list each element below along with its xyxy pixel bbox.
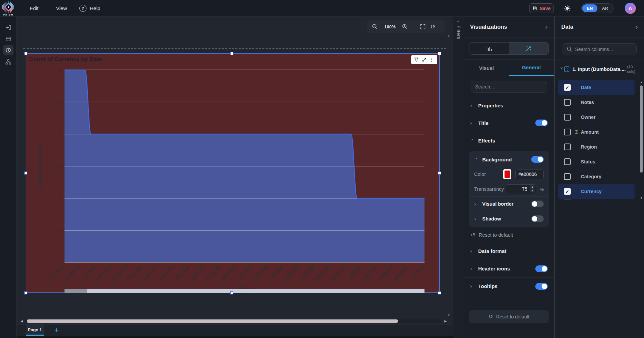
resize-handle-top-right[interactable] [438,52,441,55]
tooltips-toggle[interactable] [535,283,548,290]
resize-handle-bottom-left[interactable] [24,291,27,294]
spinner-down-icon[interactable]: ▼ [530,189,535,192]
menu-edit[interactable]: Edit [30,0,38,17]
transparency-row: Transparency ▲ ▼ % [469,182,549,197]
resize-handle-top-center[interactable] [230,52,233,55]
scrollbar-thumb[interactable] [27,319,398,323]
section-title[interactable]: › Title [464,114,554,132]
field-checkbox[interactable] [564,99,571,106]
visual-border-toggle[interactable] [531,201,544,207]
resize-handle-top-left[interactable] [24,52,27,55]
canvas-scroll-up-arrow[interactable]: ▲ [447,34,450,37]
tab-visual[interactable]: Visual [464,60,509,76]
data-field-row[interactable]: ✓Date [558,80,635,95]
field-checkbox[interactable] [564,114,571,121]
field-checkbox[interactable]: ✓ [564,84,571,91]
shadow-row[interactable]: › Shadow [469,211,549,226]
tab-general[interactable]: General [509,60,554,76]
app-root: PRISM Edit View ? Help Save EN AR [0,0,644,338]
reset-view-icon[interactable]: ↺ [430,24,435,30]
field-checkbox[interactable]: ✓ [564,188,571,195]
zoom-out-icon[interactable] [372,24,378,30]
resize-handle-left[interactable] [24,172,27,175]
chart-scrollbar-thumb[interactable] [65,289,87,293]
field-checkbox[interactable] [564,129,571,135]
save-button[interactable]: Save [529,3,553,13]
hierarchy-icon[interactable] [3,57,14,67]
charts-rail-item[interactable] [3,45,14,55]
collapse-panel-chevron-icon[interactable]: › [635,24,638,30]
more-options-icon[interactable]: ⋮ [429,57,434,63]
resize-handle-bottom-right[interactable] [438,291,441,294]
menu-view[interactable]: View [56,0,67,17]
title-toggle[interactable] [535,120,548,126]
background-color-swatch[interactable] [503,169,511,179]
prism-logo-icon[interactable]: PRISM [1,0,16,17]
lang-ar-option[interactable]: AR [597,6,613,11]
background-header-row[interactable]: › Background [469,152,549,167]
svg-text:7/13/2021: 7/13/2021 [283,264,300,282]
chart-horizontal-scrollbar[interactable] [65,289,424,293]
scrollbar-track[interactable] [25,319,442,323]
scroll-up-icon[interactable]: ▲ [640,81,643,84]
chevron-right-icon: › [470,120,475,126]
field-checkbox[interactable] [564,158,571,165]
section-properties[interactable]: › Properties [464,97,554,114]
canvas-scroll-down-arrow[interactable]: ▼ [447,314,450,317]
section-data-format[interactable]: › Data format [464,242,554,260]
header-icons-toggle[interactable] [535,265,548,272]
add-page-button[interactable]: + [52,324,62,336]
filters-expand-chevron-icon[interactable]: › [456,21,462,22]
collapse-rail-icon[interactable] [3,22,14,33]
canvas-horizontal-scrollbar[interactable]: ◀ ▶ [21,319,447,323]
canvas[interactable]: 100% ↺ Count of Currency by Date ⋮ [17,17,453,338]
visual-border-row[interactable]: › Visual border [469,197,549,211]
section-header-icons[interactable]: › Header icons [464,260,554,278]
language-toggle[interactable]: EN AR [581,3,614,13]
avatar[interactable]: A [625,3,636,14]
chart-widget[interactable]: Count of Currency by Date ⋮ 11.522.533.5… [26,53,440,293]
data-field-row[interactable]: Status [558,154,635,169]
filter-icon[interactable] [414,57,419,62]
effects-reset-link[interactable]: ↺ Reset to default [464,230,554,242]
expand-icon[interactable] [422,57,427,62]
background-toggle[interactable] [531,156,544,163]
scroll-right-arrow[interactable]: ▶ [442,319,447,323]
fit-screen-icon[interactable] [420,24,426,30]
transparency-unit: % [540,187,544,192]
scroll-down-icon[interactable]: ▼ [640,197,643,200]
dataset-row[interactable]: › 1. Input (DumboData.... (10 cols) [555,60,644,78]
data-field-row[interactable]: ΣAmount [558,125,635,139]
dashboard-layout-icon[interactable] [3,34,14,44]
section-tooltips[interactable]: › Tooltips [464,278,554,295]
data-scrollbar-thumb[interactable] [640,85,643,173]
shadow-toggle[interactable] [531,215,544,222]
section-effects[interactable]: › Effects [464,132,554,149]
data-panel-scrollbar[interactable]: ▲ ▼ [640,81,643,200]
zoom-in-icon[interactable] [402,24,408,30]
field-checkbox[interactable] [564,173,571,180]
viz-search-input[interactable] [471,81,547,93]
menu-help[interactable]: ? Help [79,0,100,17]
background-color-input[interactable] [515,170,544,179]
data-field-row[interactable]: ✓Currency [558,184,635,199]
data-field-row[interactable]: Owner [558,110,635,125]
standard-charts-option[interactable] [469,43,509,54]
collapse-panel-chevron-icon[interactable]: › [545,24,548,30]
data-field-row[interactable]: Category [558,169,635,184]
reset-to-default-button[interactable]: ↺ Reset to default [469,310,549,323]
resize-handle-right[interactable] [438,172,441,175]
page-tab-active[interactable]: Page 1 [26,324,44,336]
data-field-row[interactable]: Region [558,139,635,154]
data-field-row[interactable]: Notes [558,95,635,110]
lang-en-option[interactable]: EN [582,4,597,12]
field-checkbox[interactable] [564,144,571,150]
theme-toggle-sun-icon[interactable] [563,4,571,14]
resize-handle-bottom-center[interactable] [230,291,233,294]
scroll-left-arrow[interactable]: ◀ [21,319,25,323]
smart-visuals-option[interactable] [509,43,548,54]
spinner-up-icon[interactable]: ▲ [530,185,535,189]
help-icon: ? [79,5,86,12]
search-columns-input[interactable] [563,43,637,55]
filters-collapsed-panel[interactable]: › Filters [453,17,464,338]
